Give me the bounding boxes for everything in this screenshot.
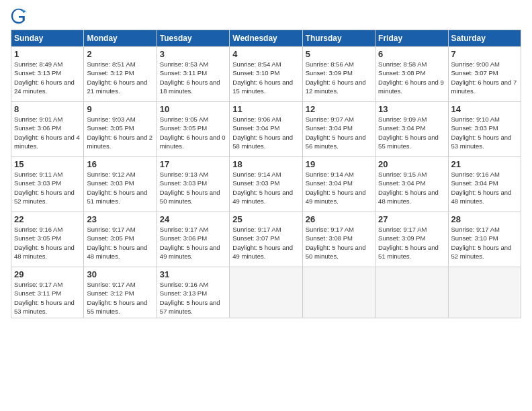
logo-icon	[11, 8, 27, 24]
calendar-day-cell: 8 Sunrise: 9:01 AM Sunset: 3:06 PM Dayli…	[11, 102, 84, 157]
calendar-day-cell: 27 Sunrise: 9:17 AM Sunset: 3:09 PM Dayl…	[375, 212, 448, 267]
calendar-day-cell	[230, 267, 302, 318]
day-number: 12	[306, 104, 372, 114]
calendar-day-cell: 22 Sunrise: 9:16 AM Sunset: 3:05 PM Dayl…	[11, 212, 84, 267]
day-info: Sunrise: 9:14 AM Sunset: 3:03 PM Dayligh…	[232, 170, 299, 205]
weekday-header: Wednesday	[230, 30, 302, 47]
day-number: 1	[14, 49, 81, 59]
calendar-day-cell: 31 Sunrise: 9:16 AM Sunset: 3:13 PM Dayl…	[157, 267, 229, 318]
day-number: 11	[232, 104, 299, 114]
calendar-day-cell: 1 Sunrise: 8:49 AM Sunset: 3:13 PM Dayli…	[11, 47, 84, 102]
day-info: Sunrise: 9:17 AM Sunset: 3:06 PM Dayligh…	[160, 225, 226, 261]
calendar-day-cell: 15 Sunrise: 9:11 AM Sunset: 3:03 PM Dayl…	[11, 157, 84, 212]
calendar-day-cell: 7 Sunrise: 9:00 AM Sunset: 3:07 PM Dayli…	[448, 47, 521, 102]
day-info: Sunrise: 8:58 AM Sunset: 3:08 PM Dayligh…	[378, 60, 445, 95]
calendar-day-cell	[302, 267, 375, 318]
day-info: Sunrise: 9:16 AM Sunset: 3:05 PM Dayligh…	[14, 225, 81, 261]
day-info: Sunrise: 9:07 AM Sunset: 3:04 PM Dayligh…	[306, 115, 372, 150]
day-info: Sunrise: 9:10 AM Sunset: 3:03 PM Dayligh…	[451, 115, 518, 150]
day-info: Sunrise: 9:17 AM Sunset: 3:12 PM Dayligh…	[87, 280, 153, 316]
calendar-day-cell: 16 Sunrise: 9:12 AM Sunset: 3:03 PM Dayl…	[84, 157, 157, 212]
day-info: Sunrise: 9:16 AM Sunset: 3:04 PM Dayligh…	[451, 170, 518, 205]
day-info: Sunrise: 9:00 AM Sunset: 3:07 PM Dayligh…	[451, 60, 518, 95]
day-number: 17	[160, 159, 226, 169]
calendar-day-cell: 26 Sunrise: 9:17 AM Sunset: 3:08 PM Dayl…	[302, 212, 375, 267]
day-number: 6	[378, 49, 445, 59]
calendar-day-cell: 28 Sunrise: 9:17 AM Sunset: 3:10 PM Dayl…	[448, 212, 521, 267]
day-info: Sunrise: 9:17 AM Sunset: 3:09 PM Dayligh…	[378, 225, 445, 261]
day-number: 7	[451, 49, 518, 59]
day-number: 30	[87, 269, 153, 279]
day-number: 19	[306, 159, 372, 169]
calendar-day-cell: 9 Sunrise: 9:03 AM Sunset: 3:05 PM Dayli…	[84, 102, 157, 157]
logo	[11, 8, 30, 24]
day-info: Sunrise: 9:12 AM Sunset: 3:03 PM Dayligh…	[87, 170, 153, 205]
calendar-day-cell: 10 Sunrise: 9:05 AM Sunset: 3:05 PM Dayl…	[157, 102, 229, 157]
day-info: Sunrise: 9:17 AM Sunset: 3:08 PM Dayligh…	[306, 225, 372, 261]
day-info: Sunrise: 9:14 AM Sunset: 3:04 PM Dayligh…	[306, 170, 372, 205]
day-number: 16	[87, 159, 153, 169]
day-number: 20	[378, 159, 445, 169]
calendar-day-cell: 25 Sunrise: 9:17 AM Sunset: 3:07 PM Dayl…	[230, 212, 302, 267]
day-number: 2	[87, 49, 153, 59]
calendar-week-row: 1 Sunrise: 8:49 AM Sunset: 3:13 PM Dayli…	[11, 47, 521, 102]
day-number: 3	[160, 49, 226, 59]
day-info: Sunrise: 9:09 AM Sunset: 3:04 PM Dayligh…	[378, 115, 445, 150]
calendar-day-cell: 5 Sunrise: 8:56 AM Sunset: 3:09 PM Dayli…	[302, 47, 375, 102]
calendar-day-cell: 12 Sunrise: 9:07 AM Sunset: 3:04 PM Dayl…	[302, 102, 375, 157]
day-number: 27	[378, 214, 445, 224]
day-info: Sunrise: 9:16 AM Sunset: 3:13 PM Dayligh…	[160, 280, 226, 316]
calendar-day-cell: 23 Sunrise: 9:17 AM Sunset: 3:05 PM Dayl…	[84, 212, 157, 267]
calendar-day-cell	[448, 267, 521, 318]
calendar-day-cell: 21 Sunrise: 9:16 AM Sunset: 3:04 PM Dayl…	[448, 157, 521, 212]
calendar-day-cell: 6 Sunrise: 8:58 AM Sunset: 3:08 PM Dayli…	[375, 47, 448, 102]
day-info: Sunrise: 9:17 AM Sunset: 3:11 PM Dayligh…	[14, 280, 81, 316]
calendar-week-row: 8 Sunrise: 9:01 AM Sunset: 3:06 PM Dayli…	[11, 102, 521, 157]
day-info: Sunrise: 9:05 AM Sunset: 3:05 PM Dayligh…	[160, 115, 226, 150]
day-info: Sunrise: 9:03 AM Sunset: 3:05 PM Dayligh…	[87, 115, 153, 150]
day-info: Sunrise: 9:15 AM Sunset: 3:04 PM Dayligh…	[378, 170, 445, 205]
calendar-day-cell: 2 Sunrise: 8:51 AM Sunset: 3:12 PM Dayli…	[84, 47, 157, 102]
weekday-header: Thursday	[302, 30, 375, 47]
day-number: 22	[14, 214, 81, 224]
day-number: 25	[232, 214, 299, 224]
weekday-header: Saturday	[448, 30, 521, 47]
weekday-header: Tuesday	[157, 30, 229, 47]
weekday-header: Monday	[84, 30, 157, 47]
day-number: 29	[14, 269, 81, 279]
day-number: 21	[451, 159, 518, 169]
calendar-week-row: 22 Sunrise: 9:16 AM Sunset: 3:05 PM Dayl…	[11, 212, 521, 267]
day-info: Sunrise: 9:06 AM Sunset: 3:04 PM Dayligh…	[232, 115, 299, 150]
day-number: 23	[87, 214, 153, 224]
calendar-day-cell: 17 Sunrise: 9:13 AM Sunset: 3:03 PM Dayl…	[157, 157, 229, 212]
day-number: 5	[306, 49, 372, 59]
header	[11, 8, 521, 24]
day-number: 26	[306, 214, 372, 224]
day-number: 31	[160, 269, 226, 279]
calendar-day-cell: 11 Sunrise: 9:06 AM Sunset: 3:04 PM Dayl…	[230, 102, 302, 157]
day-number: 4	[232, 49, 299, 59]
day-info: Sunrise: 9:13 AM Sunset: 3:03 PM Dayligh…	[160, 170, 226, 205]
day-info: Sunrise: 9:17 AM Sunset: 3:05 PM Dayligh…	[87, 225, 153, 261]
day-number: 28	[451, 214, 518, 224]
calendar-day-cell: 13 Sunrise: 9:09 AM Sunset: 3:04 PM Dayl…	[375, 102, 448, 157]
day-info: Sunrise: 9:01 AM Sunset: 3:06 PM Dayligh…	[14, 115, 81, 150]
day-number: 24	[160, 214, 226, 224]
day-info: Sunrise: 9:17 AM Sunset: 3:10 PM Dayligh…	[451, 225, 518, 261]
day-number: 18	[232, 159, 299, 169]
day-info: Sunrise: 9:17 AM Sunset: 3:07 PM Dayligh…	[232, 225, 299, 261]
weekday-header: Sunday	[11, 30, 84, 47]
calendar-day-cell: 4 Sunrise: 8:54 AM Sunset: 3:10 PM Dayli…	[230, 47, 302, 102]
calendar-day-cell: 3 Sunrise: 8:53 AM Sunset: 3:11 PM Dayli…	[157, 47, 229, 102]
calendar-day-cell: 20 Sunrise: 9:15 AM Sunset: 3:04 PM Dayl…	[375, 157, 448, 212]
day-info: Sunrise: 8:51 AM Sunset: 3:12 PM Dayligh…	[87, 60, 153, 95]
calendar-day-cell: 30 Sunrise: 9:17 AM Sunset: 3:12 PM Dayl…	[84, 267, 157, 318]
calendar-container: SundayMondayTuesdayWednesdayThursdayFrid…	[0, 0, 532, 411]
day-number: 10	[160, 104, 226, 114]
calendar-day-cell: 14 Sunrise: 9:10 AM Sunset: 3:03 PM Dayl…	[448, 102, 521, 157]
day-info: Sunrise: 8:56 AM Sunset: 3:09 PM Dayligh…	[306, 60, 372, 95]
day-info: Sunrise: 8:53 AM Sunset: 3:11 PM Dayligh…	[160, 60, 226, 95]
weekday-header-row: SundayMondayTuesdayWednesdayThursdayFrid…	[11, 30, 521, 47]
calendar-day-cell: 24 Sunrise: 9:17 AM Sunset: 3:06 PM Dayl…	[157, 212, 229, 267]
calendar-day-cell: 19 Sunrise: 9:14 AM Sunset: 3:04 PM Dayl…	[302, 157, 375, 212]
